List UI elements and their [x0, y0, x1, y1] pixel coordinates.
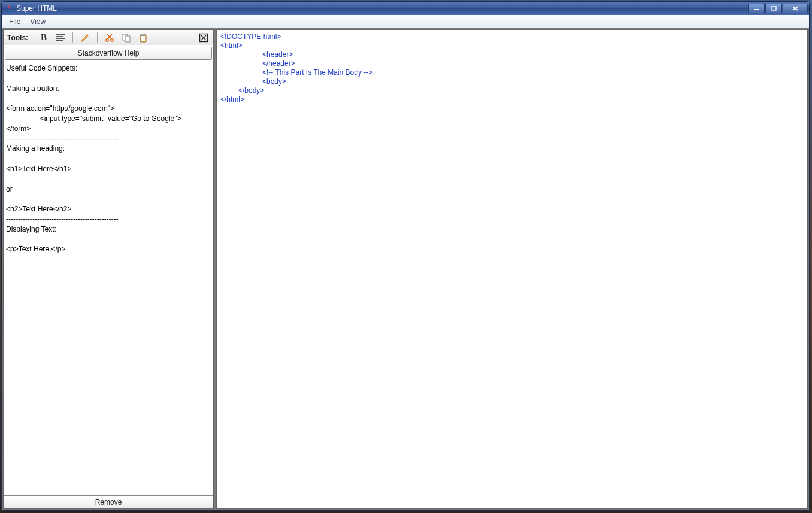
close-panel-icon[interactable] — [198, 32, 210, 44]
content-area: Tools: B — [2, 28, 809, 510]
window-title: Super HTML — [16, 4, 57, 13]
titlebar[interactable]: Super HTML — [2, 2, 809, 15]
app-window: Super HTML File View Tools: B — [1, 1, 810, 511]
code-line: <!DOCTYPE html> — [220, 32, 281, 41]
svg-rect-12 — [141, 34, 145, 35]
menubar: File View — [2, 15, 809, 28]
toolbar: Tools: B — [4, 30, 213, 45]
sidebar: Tools: B — [3, 29, 214, 509]
code-line: <header> — [220, 50, 804, 59]
maximize-button[interactable] — [765, 4, 782, 13]
menu-view[interactable]: View — [26, 16, 49, 27]
snippets-panel[interactable]: Useful Code Snippets: Making a button: <… — [4, 61, 213, 495]
stackoverflow-help-button[interactable]: Stackoverflow Help — [5, 47, 212, 60]
code-editor[interactable]: <!DOCTYPE html> <html> <header> </header… — [216, 29, 808, 509]
code-line: </html> — [220, 95, 244, 104]
cut-scissors-icon[interactable] — [104, 32, 116, 44]
code-line: <html> — [220, 41, 243, 50]
close-button[interactable] — [783, 4, 808, 13]
code-line: <!-- This Part Is The Main Body --> — [220, 68, 804, 77]
minimize-button[interactable] — [748, 4, 765, 13]
bold-icon[interactable]: B — [38, 32, 50, 44]
paste-clipboard-icon[interactable] — [137, 32, 149, 44]
code-line: </body> — [220, 86, 804, 95]
svg-rect-13 — [141, 36, 145, 41]
copy-icon[interactable] — [120, 32, 132, 44]
svg-rect-1 — [754, 9, 759, 10]
remove-button-label: Remove — [95, 498, 122, 506]
edit-pencil-icon[interactable] — [79, 32, 91, 44]
code-line: <body> — [220, 77, 804, 86]
help-button-label: Stackoverflow Help — [78, 49, 140, 57]
java-icon — [4, 4, 14, 13]
code-line: </header> — [220, 59, 804, 68]
svg-rect-10 — [125, 36, 130, 42]
remove-button[interactable]: Remove — [4, 495, 213, 508]
align-icon[interactable] — [54, 32, 66, 44]
tools-label: Tools: — [7, 34, 28, 42]
toolbar-separator — [72, 32, 73, 43]
svg-point-0 — [7, 10, 11, 11]
svg-rect-2 — [771, 7, 776, 10]
menu-file[interactable]: File — [5, 16, 24, 27]
window-controls — [747, 4, 808, 13]
toolbar-separator — [97, 32, 98, 43]
